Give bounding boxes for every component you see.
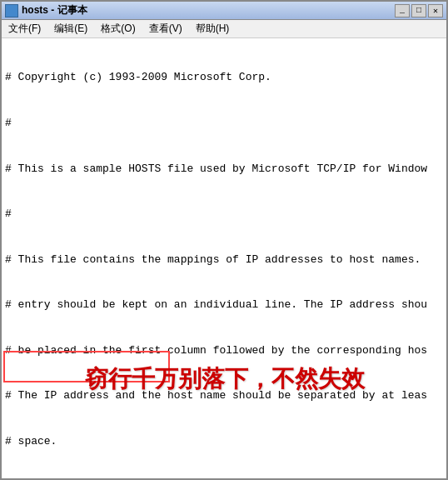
title-bar: hosts - 记事本 _ □ ✕ bbox=[2, 2, 446, 20]
window-frame: hosts - 记事本 _ □ ✕ 文件(F) 编辑(E) 格式(O) 查看(V… bbox=[0, 0, 448, 480]
window-title: hosts - 记事本 bbox=[22, 3, 87, 18]
line-1: # Copyright (c) 1993-2009 Microsoft Corp… bbox=[5, 70, 443, 85]
line-6: # entry should be kept on an individual … bbox=[5, 298, 443, 312]
line-5: # This file contains the mappings of IP … bbox=[5, 252, 443, 268]
line-7: # be placed in the first column followed… bbox=[5, 343, 443, 358]
menu-help[interactable]: 帮助(H) bbox=[189, 20, 236, 38]
line-2: # bbox=[5, 116, 443, 131]
menu-view[interactable]: 查看(V) bbox=[142, 20, 189, 38]
menu-format[interactable]: 格式(O) bbox=[94, 20, 142, 38]
title-bar-controls: _ □ ✕ bbox=[395, 4, 443, 18]
content-area[interactable]: # Copyright (c) 1993-2009 Microsoft Corp… bbox=[2, 38, 446, 478]
line-8: # The IP address and the host name shoul… bbox=[5, 388, 443, 403]
notepad-icon bbox=[5, 4, 18, 18]
maximize-button[interactable]: □ bbox=[411, 4, 426, 18]
menu-edit[interactable]: 编辑(E) bbox=[47, 20, 94, 38]
line-9: # space. bbox=[5, 434, 443, 449]
line-3: # This is a sample HOSTS file used by Mi… bbox=[5, 162, 443, 177]
menu-file[interactable]: 文件(F) bbox=[2, 20, 47, 38]
close-button[interactable]: ✕ bbox=[428, 4, 443, 18]
line-4: # bbox=[5, 207, 443, 222]
menu-bar: 文件(F) 编辑(E) 格式(O) 查看(V) 帮助(H) bbox=[2, 20, 446, 38]
minimize-button[interactable]: _ bbox=[395, 4, 410, 18]
text-editor[interactable]: # Copyright (c) 1993-2009 Microsoft Corp… bbox=[2, 38, 446, 478]
